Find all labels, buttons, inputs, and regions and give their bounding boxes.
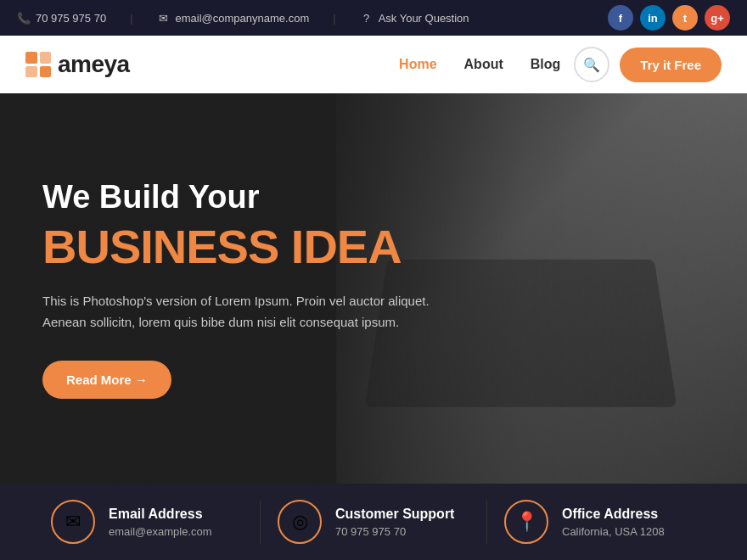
divider: |	[130, 12, 132, 25]
linkedin-icon[interactable]: in	[640, 5, 666, 31]
search-button[interactable]: 🔍	[574, 47, 609, 82]
divider2: |	[333, 12, 335, 25]
top-bar: 📞 70 975 975 70 | ✉ email@companyname.co…	[0, 0, 747, 36]
email-icon: ✉	[157, 11, 171, 25]
search-icon: 🔍	[583, 57, 600, 73]
footer-address-text: Office Address California, USA 1208	[562, 507, 665, 538]
top-bar-left: 📞 70 975 975 70 | ✉ email@companyname.co…	[17, 11, 608, 25]
main-nav: Home About Blog	[399, 57, 560, 72]
ask-link[interactable]: ? Ask Your Question	[360, 11, 469, 25]
phone-icon: 📞	[17, 11, 31, 25]
hero-section: We Build Your BUSINESS IDEA This is Phot…	[0, 93, 747, 484]
try-free-button[interactable]: Try it Free	[620, 48, 722, 82]
email-icon-symbol: ✉	[65, 511, 81, 533]
footer-address-value: California, USA 1208	[562, 525, 665, 538]
footer-bar: ✉ Email Address email@example.com ◎ Cust…	[0, 484, 747, 560]
hero-description: This is Photoshop's version of Lorem Ips…	[42, 290, 433, 333]
hero-title: BUSINESS IDEA	[42, 221, 433, 273]
nav-about[interactable]: About	[464, 57, 503, 72]
ask-label: Ask Your Question	[379, 12, 469, 25]
google-icon[interactable]: g+	[705, 5, 730, 31]
twitter-icon[interactable]: t	[672, 5, 698, 31]
support-icon-symbol: ◎	[292, 511, 308, 533]
footer-email-value: email@example.com	[109, 525, 212, 538]
logo-icon	[25, 52, 51, 77]
logo[interactable]: ameya	[25, 51, 130, 78]
hero-subtitle: We Build Your	[42, 178, 433, 217]
facebook-icon[interactable]: f	[608, 5, 633, 31]
footer-support-value: 70 975 975 70	[335, 525, 454, 538]
phone-number: 70 975 975 70	[36, 12, 106, 25]
social-links: f in t g+	[608, 5, 730, 31]
footer-address: 📍 Office Address California, USA 1208	[487, 500, 713, 544]
phone-link[interactable]: 📞 70 975 975 70	[17, 11, 106, 25]
footer-support: ◎ Customer Support 70 975 975 70	[261, 500, 487, 544]
hero-content: We Build Your BUSINESS IDEA This is Phot…	[0, 178, 475, 398]
question-icon: ?	[360, 11, 374, 25]
read-more-button[interactable]: Read More →	[42, 361, 171, 399]
email-link[interactable]: ✉ email@companyname.com	[157, 11, 310, 25]
email-footer-icon: ✉	[51, 500, 95, 544]
nav-blog[interactable]: Blog	[531, 57, 561, 72]
footer-support-title: Customer Support	[335, 507, 454, 522]
footer-address-title: Office Address	[562, 507, 665, 522]
support-footer-icon: ◎	[278, 500, 322, 544]
address-footer-icon: 📍	[504, 500, 548, 544]
footer-email: ✉ Email Address email@example.com	[34, 500, 261, 544]
location-icon-symbol: 📍	[515, 511, 538, 533]
footer-support-text: Customer Support 70 975 975 70	[335, 507, 454, 538]
logo-text: ameya	[58, 51, 130, 78]
email-address: email@companyname.com	[176, 12, 310, 25]
header: ameya Home About Blog 🔍 Try it Free	[0, 36, 747, 93]
nav-home[interactable]: Home	[399, 57, 436, 72]
footer-email-text: Email Address email@example.com	[109, 507, 212, 538]
footer-email-title: Email Address	[109, 507, 212, 522]
